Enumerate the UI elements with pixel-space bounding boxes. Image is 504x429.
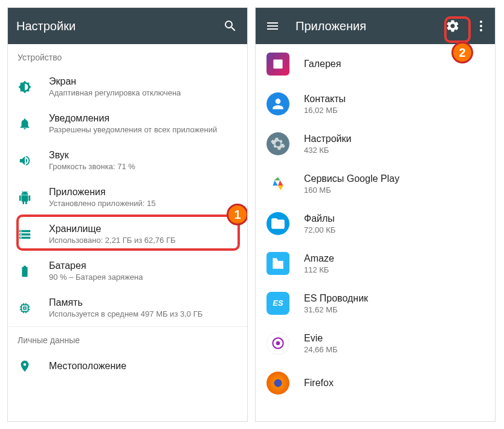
- item-title: Батарея: [49, 260, 237, 271]
- page-title: Настройки: [16, 19, 207, 33]
- svg-point-7: [274, 379, 282, 387]
- badge-2: 2: [451, 42, 473, 63]
- item-memory[interactable]: Память Используется в среднем 497 МБ из …: [8, 289, 247, 326]
- item-sub: Установлено приложений: 15: [49, 199, 237, 208]
- app-settings[interactable]: Настройки432 КБ: [256, 124, 495, 164]
- gallery-icon: [267, 53, 289, 76]
- app-sub: 72,00 КБ: [304, 225, 484, 234]
- app-sub: 160 МБ: [304, 185, 484, 195]
- app-title: Контакты: [304, 94, 484, 105]
- volume-icon: [18, 153, 32, 168]
- amaze-icon: [267, 252, 289, 275]
- app-es-explorer[interactable]: ES ES Проводник31,62 МБ: [256, 283, 495, 323]
- item-battery[interactable]: Батарея 90 % – Батарея заряжена: [8, 253, 247, 289]
- item-notifications[interactable]: Уведомления Разрешены уведомления от все…: [8, 105, 247, 142]
- files-icon: [267, 212, 289, 235]
- battery-icon: [18, 264, 32, 279]
- item-location[interactable]: Местоположение: [8, 351, 247, 381]
- appbar: Приложения: [256, 8, 495, 44]
- play-services-icon: [267, 172, 289, 195]
- badge-1: 1: [227, 204, 248, 225]
- firefox-icon: [267, 372, 289, 395]
- section-personal: Личные данные: [8, 326, 247, 351]
- settings-app-icon: [267, 132, 289, 155]
- item-sound[interactable]: Звук Громкость звонка: 71 %: [8, 142, 247, 179]
- app-sub: 31,62 МБ: [304, 305, 484, 314]
- apps-list: Галерея Контакты16,02 МБ Настройки432 КБ…: [256, 44, 495, 421]
- item-storage[interactable]: Хранилище Использовано: 2,21 ГБ из 62,76…: [8, 216, 247, 253]
- app-files[interactable]: Файлы72,00 КБ: [256, 204, 495, 244]
- contacts-icon: [267, 92, 289, 115]
- app-evie[interactable]: Evie24,66 МБ: [256, 323, 495, 363]
- menu-icon[interactable]: [264, 18, 281, 34]
- item-apps[interactable]: Приложения Установлено приложений: 15: [8, 179, 247, 216]
- es-icon: ES: [267, 292, 289, 315]
- android-icon: [18, 190, 32, 205]
- page-title: Приложения: [296, 19, 430, 33]
- app-sub: 432 КБ: [304, 146, 484, 155]
- item-title: Уведомления: [49, 113, 237, 124]
- item-sub: Громкость звонка: 71 %: [49, 162, 237, 171]
- app-sub: 112 КБ: [304, 265, 484, 274]
- item-title: Хранилище: [49, 224, 237, 234]
- app-contacts[interactable]: Контакты16,02 МБ: [256, 84, 495, 124]
- item-title: Звук: [49, 150, 237, 161]
- item-sub: Адаптивная регулировка отключена: [49, 88, 237, 97]
- item-sub: Использовано: 2,21 ГБ из 62,76 ГБ: [49, 236, 237, 245]
- item-title: Память: [49, 297, 237, 308]
- settings-screen: Настройки Устройство Экран Адаптивная ре…: [7, 7, 248, 422]
- app-sub: 16,02 МБ: [304, 106, 484, 115]
- app-title: Сервисы Google Play: [304, 173, 484, 184]
- memory-icon: [18, 301, 32, 315]
- gear-icon[interactable]: [444, 18, 461, 34]
- section-device: Устройство: [8, 44, 247, 68]
- search-icon[interactable]: [222, 18, 239, 34]
- location-icon: [18, 359, 32, 373]
- app-amaze[interactable]: Amaze112 КБ: [256, 244, 495, 283]
- svg-rect-1: [273, 59, 282, 68]
- svg-rect-0: [23, 270, 27, 276]
- app-title: Evie: [304, 333, 484, 344]
- svg-text:ES: ES: [273, 298, 283, 308]
- svg-point-6: [276, 341, 280, 346]
- brightness-icon: [18, 80, 32, 94]
- appbar: Настройки: [8, 8, 247, 44]
- item-display[interactable]: Экран Адаптивная регулировка отключена: [8, 68, 247, 105]
- item-sub: Используется в среднем 497 МБ из 3,0 ГБ: [49, 309, 237, 318]
- item-sub: 90 % – Батарея заряжена: [49, 273, 237, 282]
- app-title: Firefox: [304, 378, 484, 389]
- app-title: Файлы: [304, 213, 484, 224]
- item-title: Приложения: [49, 187, 237, 198]
- item-title: Экран: [49, 76, 237, 87]
- app-play-services[interactable]: Сервисы Google Play160 МБ: [256, 164, 495, 204]
- item-title: Местоположение: [49, 361, 237, 372]
- item-sub: Разрешены уведомления от всех приложений: [49, 125, 237, 134]
- storage-icon: [18, 227, 32, 242]
- evie-icon: [267, 332, 289, 355]
- settings-list: Устройство Экран Адаптивная регулировка …: [8, 44, 247, 421]
- apps-screen: Приложения Галерея Контакты16,02 МБ Наст…: [255, 7, 496, 422]
- app-title: ES Проводник: [304, 293, 484, 304]
- app-title: Настройки: [304, 134, 484, 144]
- app-firefox[interactable]: Firefox: [256, 363, 495, 403]
- app-sub: 24,66 МБ: [304, 345, 484, 354]
- app-title: Amaze: [304, 253, 484, 264]
- bell-icon: [18, 117, 32, 131]
- overflow-icon[interactable]: [476, 18, 486, 34]
